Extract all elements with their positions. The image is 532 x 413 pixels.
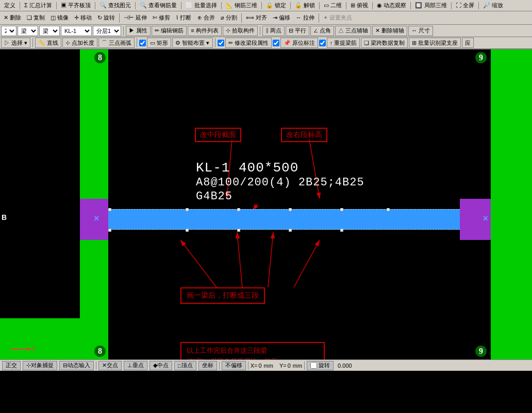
btn-three-arc[interactable]: ⌒ 三点画弧 [98, 38, 135, 48]
btn-rotate[interactable]: ↻ 旋转 [95, 12, 118, 24]
menu-align-top[interactable]: ▣ 平齐板顶 [59, 1, 93, 10]
btn-pick-component[interactable]: ⊹ 拾取构件 [223, 26, 258, 36]
btn-parallel[interactable]: ⊟ 平行 [286, 26, 309, 36]
blue-beam[interactable] [80, 209, 473, 230]
btn-select[interactable]: ▷ 选择 ▾ [1, 38, 30, 48]
beam-text-label: KL-1 400*500 A8@100/200(4) 2B25;4B25 G4B… [196, 160, 364, 203]
btn-merge[interactable]: ⊕ 合并 [195, 12, 218, 24]
btn-stretch[interactable]: ↔ 拉伸 [293, 12, 317, 24]
status-snap[interactable]: ⊹ 对象捕捉 [23, 361, 57, 370]
btn-site-mark[interactable]: 📌 原位标注 [280, 38, 318, 48]
svg-marker-9 [28, 348, 31, 351]
btn-break[interactable]: ⌇ 打断 [173, 12, 194, 24]
type1-select[interactable]: 梁 [18, 26, 38, 36]
sep9 [319, 2, 320, 9]
btn-split[interactable]: ⌀ 分割 [218, 12, 240, 24]
btn-three-point-aux[interactable]: △ 三点辅轴 [335, 26, 371, 36]
menu-find[interactable]: 🔍 查找图元 [97, 1, 133, 10]
sep10 [346, 2, 346, 9]
btn-point-add-length[interactable]: ⊹ 点加长度 [62, 38, 97, 48]
btn-delete[interactable]: ✕ 删除 [1, 12, 24, 24]
svg-line-3 [237, 232, 242, 287]
menu-dynamic-observe[interactable]: ◉ 动态观察 [375, 1, 408, 10]
menu-define[interactable]: 定义 [2, 1, 18, 10]
menu-lock[interactable]: 🔒 锁定 [264, 1, 288, 10]
canvas-area[interactable]: × × 8 9 8 9 B KL-1 400*500 A8@100/200(4)… [0, 49, 532, 359]
btn-re-beam[interactable]: ↑ 重提梁筋 [327, 38, 360, 48]
sep-t3 [319, 13, 319, 23]
btn-smart-layout[interactable]: ⚙ 智能布置 ▾ [172, 38, 212, 48]
annotation-right-elevation: 改右段标高 [281, 128, 327, 142]
type2-select[interactable]: 梁 [39, 26, 60, 36]
btn-align[interactable]: ⟺ 对齐 [243, 12, 270, 24]
sep8 [290, 2, 291, 9]
green-bottom-right [491, 267, 522, 359]
sep14 [478, 2, 479, 9]
btn-offset[interactable]: ⇥ 偏移 [270, 12, 293, 24]
menu-view-rebar[interactable]: 🔍 查看钢筋量 [138, 1, 179, 10]
edit-toolbar: ✕ 删除 ❑ 复制 ◫ 镜像 ✛ 移动 ↻ 旋转 ⊣⊢ 延伸 ✄ 修剪 ⌇ 打断… [0, 11, 532, 25]
btn-extend[interactable]: ⊣⊢ 延伸 [121, 12, 149, 24]
btn-apply[interactable]: 应 [462, 38, 474, 48]
menu-sum[interactable]: Σ 汇总计算 [22, 1, 54, 10]
svg-text:X: X [32, 346, 36, 352]
status-rotation-check[interactable]: 旋转 [307, 361, 334, 370]
status-no-offset[interactable]: 不偏移 [222, 361, 246, 370]
grid-num-bottom-left: 8 [94, 346, 106, 357]
btn-component-list[interactable]: ≡ 构件列表 [188, 26, 221, 36]
check-re-beam[interactable] [319, 40, 326, 46]
annotation-merge-info: 以上工作完后合并这三段梁 按[是]，保留各截面属性。然后 三维查看。 [180, 342, 325, 359]
menu-unlock[interactable]: 🔓 解锁 [293, 1, 317, 10]
btn-trim[interactable]: ✄ 修剪 [150, 12, 173, 24]
rotation-checkbox[interactable] [310, 362, 317, 369]
sep-t1 [119, 13, 120, 23]
menu-batch-select[interactable]: ⬜ 批量选择 [184, 1, 219, 10]
btn-two-points[interactable]: ∥ 两点 [262, 26, 285, 36]
btn-rectangle[interactable]: ▭ 矩形 [147, 38, 171, 48]
btn-delete-aux[interactable]: ✕ 删除辅轴 [372, 26, 407, 36]
btn-dimension[interactable]: ↔ 尺寸 [408, 26, 433, 36]
layer-select[interactable]: 分层1 [93, 26, 121, 36]
handle-7 [108, 229, 111, 232]
sep-t2 [241, 13, 242, 23]
btn-properties[interactable]: ▶ 属性 [126, 26, 151, 36]
check-modify-seg[interactable] [218, 40, 224, 46]
btn-batch-identify[interactable]: ⊞ 批量识别梁支座 [409, 38, 461, 48]
check-rectangle[interactable] [139, 40, 146, 46]
sep13 [451, 2, 452, 9]
status-intersection[interactable]: ✕ 交点 [98, 361, 122, 370]
status-dynamic-input[interactable]: ⊟ 动态输入 [59, 361, 94, 370]
right-thin-green [522, 49, 532, 359]
menu-local-3d[interactable]: 🔲 局部三维 [413, 1, 448, 10]
menu-zoom[interactable]: 🔎 缩放 [481, 1, 505, 10]
sep-p1 [123, 26, 124, 36]
status-perpendicular[interactable]: ⊥ 垂点 [124, 361, 147, 370]
properties-bar: 2 梁 梁 KL-1 分层1 ▶ 属性 ✏ 编辑钢筋 ≡ 构件列表 ⊹ 拾取构件… [0, 25, 532, 37]
btn-line[interactable]: 📏 直线 [35, 38, 61, 48]
menu-rebar-3d[interactable]: 📐 钢筋三维 [224, 1, 259, 10]
menu-fullscreen[interactable]: ⛶ 全屏 [454, 1, 476, 10]
menu-top-view[interactable]: ⊞ 俯视 [348, 1, 370, 10]
check-site-mark[interactable] [273, 40, 279, 46]
btn-move[interactable]: ✛ 移动 [72, 12, 94, 24]
annotation-break-three: 画一梁后，打断成三段 [180, 287, 265, 304]
snap-icon: ⊹ [26, 362, 31, 369]
btn-copy-span-data[interactable]: ❑ 梁跨数据复制 [361, 38, 408, 48]
btn-modify-seg-props[interactable]: ✏ 修改梁段属性 [225, 38, 272, 48]
menu-2d[interactable]: ▭ 二维 [322, 1, 344, 10]
btn-set-grip[interactable]: ✦ 设置夹点 [321, 12, 355, 24]
status-ortho[interactable]: 正交 [2, 361, 21, 370]
handle-11 [340, 229, 343, 232]
status-midpoint[interactable]: ◆ 中点 [149, 361, 172, 370]
status-endpoint[interactable]: □ 顶点 [174, 361, 196, 370]
btn-mirror[interactable]: ◫ 镜像 [48, 12, 71, 24]
code-select[interactable]: KL-1 [61, 26, 92, 36]
status-coord[interactable]: 坐标 [198, 361, 217, 370]
btn-copy[interactable]: ❑ 复制 [24, 12, 47, 24]
btn-point-angle[interactable]: ∠ 点角 [310, 26, 334, 36]
coord-y: Y= 0 mm [279, 363, 302, 369]
sep6 [221, 2, 222, 9]
handle-4 [289, 208, 292, 211]
btn-edit-rebar[interactable]: ✏ 编辑钢筋 [152, 26, 187, 36]
layer-num-select[interactable]: 2 [1, 26, 16, 36]
